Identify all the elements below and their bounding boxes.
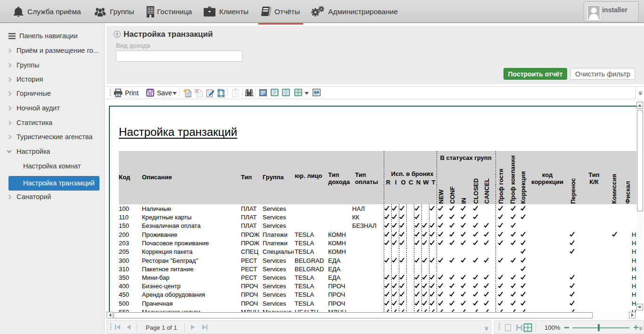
svg-text:?: ? [234, 92, 237, 96]
